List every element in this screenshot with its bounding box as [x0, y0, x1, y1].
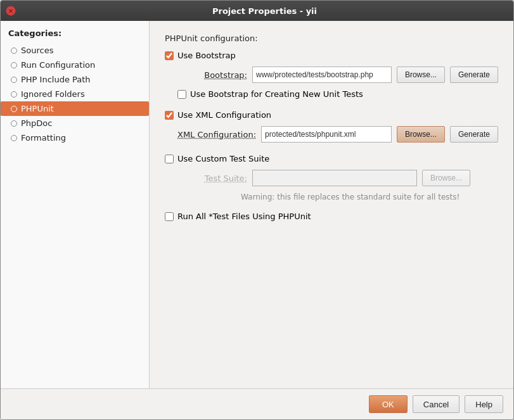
dialog-footer: OK Cancel Help: [1, 388, 513, 419]
sidebar-item-label: Ignored Folders: [21, 89, 85, 99]
xml-generate-button[interactable]: Generate: [450, 126, 498, 143]
bootstrap-browse-button[interactable]: Browse...: [397, 67, 445, 83]
sidebar-item-phpunit[interactable]: PHPUnit: [1, 101, 149, 116]
use-bootstrap-new-checkbox[interactable]: [177, 90, 186, 99]
test-suite-input[interactable]: [252, 170, 417, 186]
title-bar: ✕ Project Properties - yii: [1, 1, 513, 21]
test-suite-field-row: Test Suite: Browse...: [177, 170, 498, 186]
xml-browse-button[interactable]: Browse...: [397, 126, 445, 143]
bullet-icon: [11, 120, 17, 127]
bullet-icon: [11, 77, 17, 83]
cancel-button[interactable]: Cancel: [413, 395, 459, 413]
sidebar-item-label: Run Configuration: [21, 60, 95, 70]
use-custom-test-suite-checkbox[interactable]: [165, 155, 174, 163]
bullet-icon: [11, 135, 17, 141]
sidebar-item-label: Formatting: [21, 133, 66, 143]
sidebar-item-label: PhpDoc: [21, 118, 52, 128]
bullet-icon: [11, 48, 17, 54]
sidebar-item-php-include-path[interactable]: PHP Include Path: [1, 72, 149, 87]
dialog-body: Categories: Sources Run Configuration PH…: [1, 21, 513, 388]
sidebar-label: Categories:: [1, 26, 149, 43]
warning-text: Warning: this file replaces the standard…: [241, 193, 498, 201]
sidebar-item-label: PHP Include Path: [21, 75, 91, 84]
sidebar-item-sources[interactable]: Sources: [1, 43, 149, 58]
bullet-icon: [11, 106, 17, 112]
use-xml-config-checkbox[interactable]: [165, 111, 174, 120]
use-custom-test-suite-label[interactable]: Use Custom Test Suite: [177, 154, 269, 163]
dialog-project-properties: ✕ Project Properties - yii Categories: S…: [0, 0, 514, 420]
sidebar-item-label: Sources: [21, 46, 53, 55]
bullet-icon: [11, 91, 17, 98]
test-suite-browse-button[interactable]: Browse...: [422, 170, 470, 186]
xml-config-field-row: XML Configuration: Browse... Generate: [177, 126, 498, 143]
main-content: PHPUnit configuration: Use Bootstrap Boo…: [150, 21, 513, 388]
use-bootstrap-new-label[interactable]: Use Bootstrap for Creating New Unit Test…: [190, 89, 363, 99]
xml-config-label: XML Configuration:: [177, 130, 256, 139]
bootstrap-generate-button[interactable]: Generate: [450, 67, 498, 83]
run-all-tests-label[interactable]: Run All *Test Files Using PHPUnit: [177, 212, 311, 221]
use-bootstrap-new-row: Use Bootstrap for Creating New Unit Test…: [177, 89, 498, 99]
bootstrap-label: Bootstrap:: [177, 70, 247, 80]
run-all-tests-checkbox[interactable]: [165, 212, 174, 221]
run-all-tests-row: Run All *Test Files Using PHPUnit: [165, 212, 498, 221]
ok-button[interactable]: OK: [369, 395, 408, 413]
xml-config-input[interactable]: [261, 126, 392, 143]
sidebar-item-ignored-folders[interactable]: Ignored Folders: [1, 87, 149, 101]
use-bootstrap-label[interactable]: Use Bootstrap: [177, 51, 236, 60]
test-suite-label: Test Suite:: [177, 174, 247, 183]
use-bootstrap-checkbox[interactable]: [165, 51, 174, 60]
bootstrap-input[interactable]: [252, 67, 392, 83]
close-icon: ✕: [8, 8, 13, 15]
help-button[interactable]: Help: [465, 395, 503, 413]
use-bootstrap-row: Use Bootstrap: [165, 51, 498, 60]
section-title: PHPUnit configuration:: [165, 34, 498, 43]
bootstrap-field-row: Bootstrap: Browse... Generate: [177, 67, 498, 83]
use-xml-config-label[interactable]: Use XML Configuration: [177, 110, 271, 120]
sidebar-item-run-configuration[interactable]: Run Configuration: [1, 58, 149, 72]
close-button[interactable]: ✕: [6, 6, 16, 16]
sidebar: Categories: Sources Run Configuration PH…: [1, 21, 150, 388]
sidebar-item-phpdoc[interactable]: PhpDoc: [1, 116, 149, 130]
bullet-icon: [11, 62, 17, 68]
sidebar-item-formatting[interactable]: Formatting: [1, 130, 149, 145]
use-xml-config-row: Use XML Configuration: [165, 110, 498, 120]
sidebar-item-label: PHPUnit: [21, 104, 54, 113]
use-custom-test-suite-row: Use Custom Test Suite: [165, 154, 498, 163]
dialog-title: Project Properties - yii: [21, 6, 508, 16]
